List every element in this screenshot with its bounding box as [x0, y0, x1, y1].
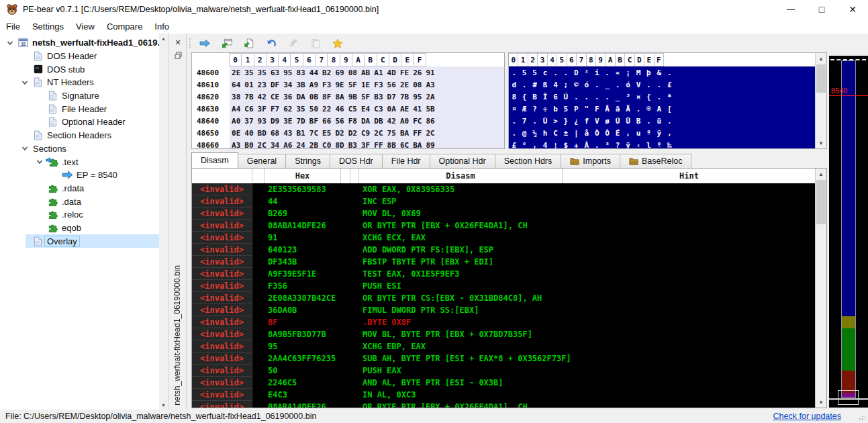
- hex-byte[interactable]: 40: [242, 127, 255, 139]
- tree-item-rdata[interactable]: .rdata: [0, 182, 168, 195]
- hex-byte[interactable]: 36: [281, 91, 294, 103]
- hex-byte[interactable]: DB: [372, 115, 385, 127]
- hex-byte[interactable]: 23: [256, 79, 269, 91]
- hex-byte[interactable]: 95: [411, 91, 424, 103]
- hex-byte[interactable]: 34: [281, 79, 294, 91]
- ascii-char[interactable]: ®: [644, 103, 654, 115]
- hex-byte[interactable]: 08: [346, 66, 359, 79]
- ascii-char[interactable]: .: [550, 66, 561, 79]
- ascii-char[interactable]: .: [654, 91, 664, 103]
- ascii-scrollbar[interactable]: ▲ ▼: [815, 53, 826, 148]
- hex-byte[interactable]: C6: [242, 103, 255, 115]
- hex-byte[interactable]: 5F: [346, 79, 359, 91]
- ascii-char[interactable]: M: [633, 66, 643, 79]
- hex-byte[interactable]: 42: [256, 91, 269, 103]
- ascii-char[interactable]: 5: [519, 66, 529, 79]
- document-filename-vertical[interactable]: netsh_werfualt-fixHead1_06190000.bin: [173, 265, 182, 406]
- hex-byte[interactable]: F3: [320, 79, 333, 91]
- ascii-char[interactable]: Ò: [602, 127, 612, 139]
- ascii-char[interactable]: +: [571, 139, 581, 149]
- ascii-char[interactable]: ": [581, 103, 591, 115]
- ascii-char[interactable]: ?: [612, 139, 622, 149]
- close-button[interactable]: ✕: [837, 0, 868, 19]
- hex-byte[interactable]: 34: [269, 139, 281, 149]
- tree-item-nt-headers[interactable]: NT Headers: [0, 76, 168, 89]
- disasm-row[interactable]: <invalid>8A9B5FB3D77BMOV BL, BYTE PTR [E…: [192, 328, 816, 340]
- scroll-up-icon[interactable]: ▲: [159, 34, 168, 43]
- ascii-char[interactable]: .: [612, 79, 622, 91]
- hex-byte[interactable]: 35: [256, 66, 269, 79]
- ascii-char[interactable]: @: [519, 127, 529, 139]
- tree-item-file-header[interactable]: File Header: [0, 102, 168, 115]
- hex-byte[interactable]: 7B: [398, 91, 411, 103]
- ascii-char[interactable]: À: [581, 139, 591, 149]
- hex-byte[interactable]: D2: [346, 127, 359, 139]
- hex-byte[interactable]: 1E: [359, 79, 372, 91]
- minimize-button[interactable]: —: [775, 0, 806, 19]
- ascii-char[interactable]: .: [509, 127, 519, 139]
- column-header-hex[interactable]: Hex: [264, 169, 341, 183]
- ascii-char[interactable]: .: [592, 79, 602, 91]
- go-to-offset-button[interactable]: [198, 37, 211, 50]
- ascii-char[interactable]: d: [509, 79, 519, 91]
- ascii-char[interactable]: .: [571, 91, 581, 103]
- hex-byte[interactable]: 5F: [359, 91, 372, 103]
- disasm-row[interactable]: <invalid>8F.BYTE 0X8F: [192, 316, 816, 328]
- ascii-char[interactable]: *: [665, 91, 675, 103]
- undo-button[interactable]: [264, 37, 278, 50]
- hex-byte[interactable]: 93: [256, 115, 269, 127]
- hex-byte[interactable]: B3: [346, 139, 359, 149]
- hex-byte[interactable]: 24: [294, 139, 307, 149]
- ascii-char[interactable]: 5: [530, 66, 540, 79]
- tab-section-hdrs[interactable]: Section Hdrs: [495, 154, 562, 168]
- tab-basereloc[interactable]: BaseReloc: [620, 154, 691, 168]
- export-file-button[interactable]: [242, 37, 256, 50]
- hex-byte[interactable]: DF: [269, 79, 281, 91]
- tree-item-netsh-werfualt-fixhead1-0619[interactable]: 32netsh_werfualt-fixHead1_0619...: [0, 36, 168, 50]
- hex-byte[interactable]: 91: [424, 66, 436, 79]
- tree-item-dos-stub[interactable]: GADOS stub: [0, 62, 168, 76]
- hex-byte[interactable]: BD: [256, 127, 269, 139]
- hex-byte[interactable]: 2C: [256, 139, 269, 149]
- hex-byte[interactable]: 3B: [294, 79, 307, 91]
- tree-item-overlay[interactable]: Overlay: [0, 234, 168, 248]
- tree-expander[interactable]: [34, 158, 46, 165]
- ascii-char[interactable]: ¡: [623, 66, 633, 79]
- hex-byte[interactable]: 35: [294, 103, 307, 115]
- disasm-row[interactable]: <invalid>08ABA14DFE26OR BYTE PTR [EBX + …: [192, 220, 816, 232]
- hex-byte[interactable]: 3F: [256, 103, 269, 115]
- ascii-char[interactable]: ‹: [633, 139, 643, 149]
- hex-byte[interactable]: 5B: [424, 103, 436, 115]
- hex-byte[interactable]: 38: [230, 91, 242, 103]
- hex-byte[interactable]: 50: [307, 103, 320, 115]
- ascii-char[interactable]: .: [592, 91, 602, 103]
- ascii-char[interactable]: 4: [540, 139, 550, 149]
- ascii-char[interactable]: |: [571, 127, 581, 139]
- tab-strings[interactable]: Strings: [285, 154, 330, 168]
- ascii-char[interactable]: º: [644, 127, 654, 139]
- ascii-char[interactable]: F: [592, 103, 602, 115]
- tree-item-section-headers[interactable]: Section Headers: [0, 129, 168, 142]
- hex-byte[interactable]: A3: [230, 139, 242, 149]
- ascii-char[interactable]: .: [509, 115, 519, 127]
- ascii-char[interactable]: ó: [581, 79, 591, 91]
- hex-byte[interactable]: E5: [320, 127, 333, 139]
- hex-byte[interactable]: 6C: [398, 139, 411, 149]
- detach-document-icon[interactable]: [169, 49, 187, 61]
- tab-dos-hdr[interactable]: DOS Hdr: [330, 154, 383, 168]
- tree-item-reloc[interactable]: .reloc: [0, 208, 168, 222]
- ascii-char[interactable]: å: [581, 127, 591, 139]
- ascii-char[interactable]: 8: [509, 91, 519, 103]
- hex-byte[interactable]: 37: [242, 115, 255, 127]
- ascii-char[interactable]: b: [550, 103, 561, 115]
- ascii-char[interactable]: .: [665, 66, 675, 79]
- hex-byte[interactable]: 41: [411, 103, 424, 115]
- hex-byte[interactable]: B0: [242, 139, 255, 149]
- hex-byte[interactable]: 56: [333, 115, 346, 127]
- ascii-char[interactable]: ó: [623, 79, 633, 91]
- hex-byte[interactable]: 75: [385, 127, 398, 139]
- ascii-char[interactable]: >: [550, 115, 561, 127]
- menu-settings[interactable]: Settings: [26, 20, 70, 33]
- disasm-row[interactable]: <invalid>08ABA14DFE26OR BYTE PTR [EBX + …: [192, 401, 816, 408]
- hex-byte[interactable]: FC: [411, 115, 424, 127]
